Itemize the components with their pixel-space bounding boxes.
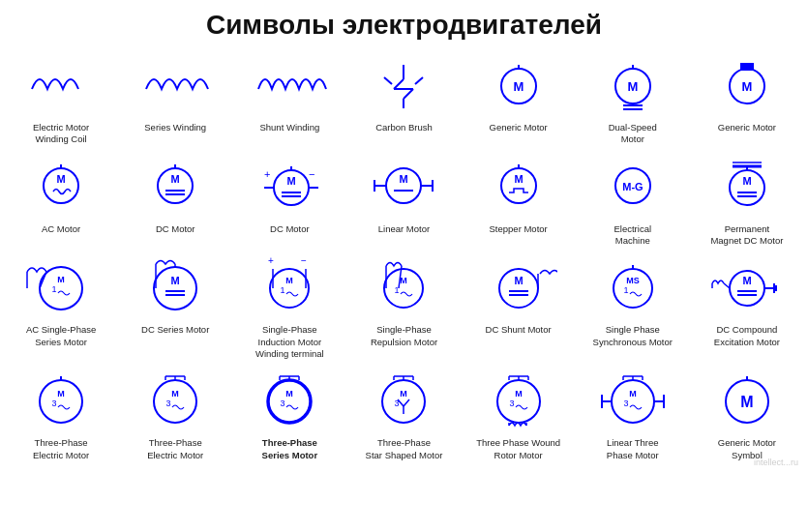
watermark: intellect...ru [0,458,808,467]
svg-point-97 [40,380,82,423]
symbol-generic-motor-symbol: M [708,368,786,435]
symbol-three-phase-series-motor: M 3 [251,368,328,435]
svg-text:M: M [400,173,408,185]
symbol-single-phase-synchronous-motor: MS 1 [594,254,672,322]
svg-text:−: − [309,168,314,180]
svg-point-108 [268,380,311,423]
svg-point-125 [497,380,540,423]
svg-text:+: + [264,168,270,180]
symbol-single-phase-induction-motor: M 1 + − [251,254,328,322]
cell-dc-series-motor: M DC Series Motor [118,251,232,364]
symbol-ac-motor: M [22,154,100,222]
svg-text:M: M [401,276,408,285]
symbol-dc-motor-1: M [136,154,214,222]
svg-line-6 [415,77,423,84]
svg-text:3: 3 [52,399,57,408]
label-generic-motor-2: Generic Motor [718,122,776,133]
svg-point-84 [613,269,652,308]
svg-point-115 [382,380,425,423]
svg-text:1: 1 [281,285,285,295]
symbol-stepper-motor: M [480,154,557,222]
svg-point-135 [612,380,654,423]
cell-shunt-winding: Shunt Winding [232,48,346,150]
page-title: Символы электродвигателей [0,0,808,48]
svg-text:3: 3 [509,399,514,408]
symbol-linear-three-phase-motor: M 3 [594,368,672,435]
label-single-phase-induction-motor: Single-PhaseInduction MotorWinding termi… [255,324,324,360]
svg-text:M: M [515,389,523,399]
symbol-dc-series-motor: M [136,254,214,322]
label-carbon-brush: Carbon Brush [375,122,433,133]
svg-text:MS: MS [626,276,640,285]
svg-text:M: M [57,389,65,399]
label-generic-motor-1: Generic Motor [490,122,548,133]
label-permanent-magnet-dc-motor: PermanentMagnet DC Motor [710,223,783,248]
cell-three-phase-electric-motor-1: M 3 Three-PhaseElectric Motor [4,364,118,465]
symbol-electrical-machine: M-G [594,154,672,222]
label-single-phase-synchronous-motor: Single PhaseSynchronous Motor [593,324,673,348]
symbol-three-phase-electric-motor-1: M 3 [22,368,100,435]
cell-electric-motor-winding-coil: Electric MotorWinding Coil [4,48,118,150]
svg-text:3: 3 [166,399,171,408]
cell-single-phase-induction-motor: M 1 + − Single-PhaseInduction MotorWindi… [232,251,346,364]
label-dc-compound-excitation-motor: DC CompoundExcitation Motor [714,324,780,348]
svg-text:3: 3 [281,399,285,408]
symbol-dc-motor-2: M + − [251,154,328,222]
cell-three-phase-series-motor: M 3 Three-PhaseSeries Motor [232,364,346,465]
cell-permanent-magnet-dc-motor: M PermanentMagnet DC Motor [690,150,804,251]
cell-dc-motor-1: M DC Motor [118,150,232,251]
cell-three-phase-star-shaped-motor: M 3 Three-PhaseStar Shaped Motor [346,364,461,465]
symbol-three-phase-electric-motor-2: M 3 [136,368,214,435]
svg-text:M: M [171,389,179,399]
symbol-electric-motor-winding-coil [22,52,100,120]
symbol-carbon-brush [365,52,442,120]
label-dc-motor-2: DC Motor [270,223,310,235]
cell-ac-motor: M AC Motor [4,150,118,251]
symbol-ac-single-phase-series-motor: M 1 [22,254,100,322]
svg-text:M: M [401,389,408,399]
label-stepper-motor: Stepper Motor [490,223,548,235]
cell-generic-motor-1: M Generic Motor [462,48,576,150]
symbol-shunt-winding [251,52,328,120]
cell-three-phase-electric-motor-2: M 3 Three-PhaseElectric Motor [118,364,232,465]
svg-point-101 [154,380,196,423]
svg-text:M: M [742,79,753,94]
symbol-single-phase-repulsion-motor: M 1 [365,254,442,322]
svg-text:M: M [287,175,296,187]
svg-text:M: M [56,173,65,185]
symbol-series-winding [136,52,214,120]
svg-text:M: M [57,275,65,284]
svg-point-66 [270,269,309,308]
svg-text:−: − [301,255,307,266]
label-dc-series-motor: DC Series Motor [141,324,209,336]
svg-text:M: M [742,275,751,286]
svg-line-5 [384,77,392,84]
svg-point-73 [384,269,423,308]
svg-text:M: M [286,389,294,399]
cell-dc-shunt-motor: M DC Shunt Motor [462,251,576,364]
cell-ac-single-phase-series-motor: M 1 AC Single-PhaseSeries Motor [4,251,118,364]
cell-three-phase-wound-rotor-motor: M 3 Three Phase WoundRotor Motor [462,364,576,465]
cell-linear-three-phase-motor: M 3 Linear ThreePhase Motor [576,364,690,465]
label-electrical-machine: ElectricalMachine [614,223,652,248]
symbols-grid: Electric MotorWinding Coil Series Windin… [0,48,808,465]
cell-electrical-machine: M-G ElectricalMachine [576,150,690,251]
cell-single-phase-synchronous-motor: MS 1 Single PhaseSynchronous Motor [576,251,690,364]
symbol-dual-speed-motor: M [594,52,672,120]
svg-text:M: M [171,173,180,185]
cell-dc-compound-excitation-motor: M DC CompoundExcitation Motor [690,251,804,364]
svg-text:M: M [286,276,294,285]
svg-text:M: M [629,389,637,399]
symbol-linear-motor: M [365,154,442,222]
svg-text:+: + [268,255,274,266]
label-single-phase-repulsion-motor: Single-PhaseRepulsion Motor [371,324,437,348]
label-dual-speed-motor: Dual-SpeedMotor [609,122,657,146]
label-series-winding: Series Winding [144,122,206,133]
svg-text:M: M [514,275,523,286]
svg-line-3 [404,89,413,99]
symbol-three-phase-wound-rotor-motor: M 3 [480,368,557,435]
label-dc-shunt-motor: DC Shunt Motor [486,324,552,336]
label-electric-motor-winding-coil: Electric MotorWinding Coil [33,122,89,146]
svg-text:1: 1 [623,285,628,295]
svg-text:M: M [513,79,524,94]
